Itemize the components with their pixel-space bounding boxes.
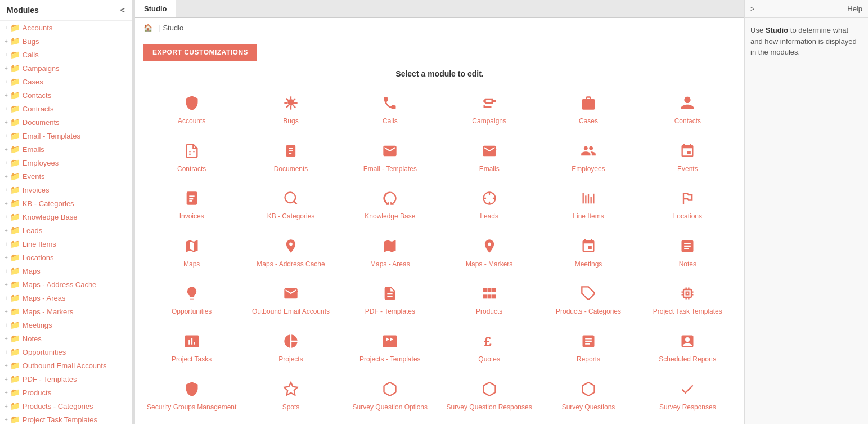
module-item-project-task-templates[interactable]: Project Task Templates (640, 280, 736, 322)
module-icon (382, 285, 398, 304)
right-panel-expand-icon[interactable]: > (750, 5, 755, 13)
module-icon (581, 238, 596, 257)
module-label: Campaigns (472, 117, 506, 126)
sidebar-item[interactable]: + 📁 Leads (0, 224, 132, 237)
module-item-leads[interactable]: Leads (441, 185, 537, 227)
sidebar-item[interactable]: + 📁 Contracts (0, 102, 132, 115)
module-item-survey-questions[interactable]: Survey Questions (540, 376, 636, 418)
module-item-reports[interactable]: Reports (540, 328, 636, 370)
module-item-bugs[interactable]: Bugs (242, 90, 339, 132)
sidebar-item[interactable]: + 📁 Project Task Templates (0, 413, 132, 424)
module-label: Products (476, 307, 502, 316)
module-item-contacts[interactable]: Contacts (640, 90, 736, 132)
module-label: Project Tasks (172, 355, 212, 364)
module-icon (184, 285, 200, 304)
module-item-kb---categories[interactable]: KB - Categories (242, 185, 339, 227)
module-item-project-tasks[interactable]: Project Tasks (143, 328, 240, 370)
sidebar-item[interactable]: + 📁 KB - Categories (0, 197, 132, 210)
module-item-opportunities[interactable]: Opportunities (143, 280, 240, 322)
module-item-cases[interactable]: Cases (540, 90, 636, 132)
sidebar-item[interactable]: + 📁 Calls (0, 48, 132, 61)
sidebar-item[interactable]: + 📁 Employees (0, 156, 132, 169)
sidebar-item[interactable]: + 📁 Bugs (0, 34, 132, 48)
tab-bar: Studio (135, 0, 744, 18)
sidebar-item[interactable]: + 📁 Maps - Markers (0, 305, 132, 318)
module-item-projects[interactable]: Projects (242, 328, 339, 370)
sidebar-item[interactable]: + 📁 Emails (0, 142, 132, 156)
module-item-maps---areas[interactable]: Maps - Areas (342, 233, 438, 275)
module-item-products[interactable]: Products (441, 280, 537, 322)
sidebar-item[interactable]: + 📁 Invoices (0, 183, 132, 197)
module-item-email---templates[interactable]: Email - Templates (342, 137, 438, 180)
module-item-survey-responses[interactable]: Survey Responses (640, 376, 736, 418)
module-item-projects---templates[interactable]: Projects - Templates (342, 328, 438, 370)
sidebar-item[interactable]: + 📁 Locations (0, 251, 132, 264)
module-icon (283, 238, 299, 257)
folder-icon: 📁 (10, 104, 20, 113)
module-item-products---categories[interactable]: Products - Categories (540, 280, 636, 322)
module-label: Projects - Templates (359, 355, 421, 364)
module-icon (680, 238, 695, 257)
sidebar-item[interactable]: + 📁 Meetings (0, 318, 132, 332)
module-item-survey-question-responses[interactable]: Survey Question Responses (441, 376, 537, 418)
module-grid: Accounts Bugs Calls Campaigns Cases Cont… (143, 90, 736, 424)
module-item-security-groups-management[interactable]: Security Groups Management (143, 376, 240, 418)
module-item-maps[interactable]: Maps (143, 233, 240, 275)
sidebar-item[interactable]: + 📁 Products (0, 386, 132, 399)
breadcrumb-current: Studio (163, 24, 183, 32)
module-item-meetings[interactable]: Meetings (540, 233, 636, 275)
module-item-events[interactable]: Events (640, 137, 736, 180)
sidebar-item[interactable]: + 📁 Opportunities (0, 345, 132, 359)
sidebar-item[interactable]: + 📁 PDF - Templates (0, 372, 132, 386)
sidebar-header: Modules < (0, 0, 132, 21)
sidebar-item[interactable]: + 📁 Knowledge Base (0, 210, 132, 224)
sidebar-item[interactable]: + 📁 Events (0, 169, 132, 183)
module-item-calls[interactable]: Calls (342, 90, 438, 132)
sidebar-item[interactable]: + 📁 Contacts (0, 88, 132, 102)
module-item-documents[interactable]: Documents (242, 137, 339, 180)
module-item-line-items[interactable]: Line Items (540, 185, 636, 227)
sidebar-item[interactable]: + 📁 Maps (0, 264, 132, 278)
export-customizations-button[interactable]: EXPORT CUSTOMIZATIONS (143, 44, 257, 61)
tab-studio[interactable]: Studio (135, 0, 176, 17)
sidebar-item[interactable]: + 📁 Outbound Email Accounts (0, 359, 132, 372)
folder-icon: 📁 (10, 145, 20, 154)
module-item-campaigns[interactable]: Campaigns (441, 90, 537, 132)
module-label: Line Items (573, 212, 604, 221)
module-item-scheduled-reports[interactable]: Scheduled Reports (640, 328, 736, 370)
sidebar-item[interactable]: + 📁 Accounts (0, 21, 132, 34)
module-item-employees[interactable]: Employees (540, 137, 636, 180)
sidebar-item[interactable]: + 📁 Campaigns (0, 61, 132, 75)
module-item-outbound-email-accounts[interactable]: Outbound Email Accounts (242, 280, 339, 322)
sidebar-item[interactable]: + 📁 Maps - Address Cache (0, 278, 132, 291)
module-item-contracts[interactable]: Contracts (143, 137, 240, 180)
sidebar-item[interactable]: + 📁 Documents (0, 115, 132, 129)
sidebar-item-label: Calls (23, 51, 39, 59)
module-icon (184, 190, 200, 209)
folder-icon: 📁 (10, 253, 20, 262)
sidebar-collapse-button[interactable]: < (120, 6, 125, 15)
module-item-invoices[interactable]: Invoices (143, 185, 240, 227)
module-item-survey-question-options[interactable]: Survey Question Options (342, 376, 438, 418)
module-item-maps---markers[interactable]: Maps - Markers (441, 233, 537, 275)
module-item-maps---address-cache[interactable]: Maps - Address Cache (242, 233, 339, 275)
module-item-knowledge-base[interactable]: Knowledge Base (342, 185, 438, 227)
module-item-accounts[interactable]: Accounts (143, 90, 240, 132)
home-icon[interactable]: 🏠 (143, 24, 152, 32)
sidebar-item[interactable]: + 📁 Cases (0, 75, 132, 88)
module-item-notes[interactable]: Notes (640, 233, 736, 275)
sidebar-title: Modules (7, 6, 39, 15)
module-item-emails[interactable]: Emails (441, 137, 537, 180)
sidebar-item[interactable]: + 📁 Line Items (0, 237, 132, 251)
sidebar-item[interactable]: + 📁 Products - Categories (0, 399, 132, 413)
sidebar-item[interactable]: + 📁 Maps - Areas (0, 291, 132, 305)
folder-icon: 📁 (10, 347, 20, 356)
module-item-pdf---templates[interactable]: PDF - Templates (342, 280, 438, 322)
expand-icon: + (5, 363, 8, 369)
module-item-spots[interactable]: Spots (242, 376, 339, 418)
sidebar-item[interactable]: + 📁 Email - Templates (0, 129, 132, 142)
sidebar-item[interactable]: + 📁 Notes (0, 332, 132, 345)
module-label: Accounts (178, 117, 205, 126)
module-item-locations[interactable]: Locations (640, 185, 736, 227)
module-item-quotes[interactable]: £ Quotes (441, 328, 537, 370)
